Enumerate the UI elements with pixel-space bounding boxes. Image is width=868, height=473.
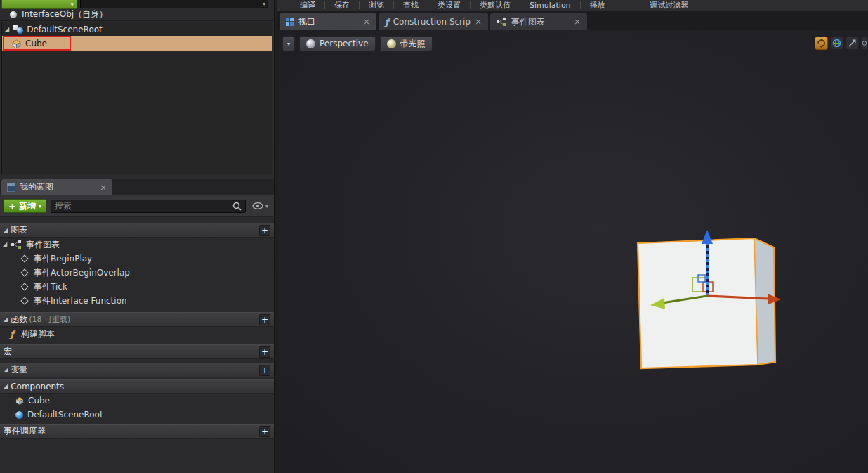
component-class-dropdown[interactable]: ▾: [80, 0, 268, 8]
transform-space-button[interactable]: [815, 37, 828, 50]
row-event-beginplay[interactable]: 事件BeginPlay: [0, 252, 274, 266]
row-label: 事件图表: [26, 239, 60, 251]
my-blueprint-toolbar: + 新增 ▾ ▾: [0, 195, 274, 217]
add-function-button[interactable]: +: [259, 314, 270, 325]
class-settings-button[interactable]: 类设置: [428, 0, 470, 11]
simulation-button[interactable]: Simulation: [520, 1, 580, 10]
chevron-down-icon: ▾: [265, 203, 268, 209]
row-event-graph[interactable]: ◢ 事件图表: [0, 238, 274, 252]
find-button[interactable]: 查找: [394, 0, 428, 11]
expand-arrow-icon[interactable]: ◢: [3, 242, 7, 247]
row-event-tick[interactable]: 事件Tick: [0, 280, 274, 294]
blueprint-self-row[interactable]: InterfaceObj（自身）: [0, 8, 274, 21]
tab-label: 事件图表: [511, 16, 545, 28]
row-label: 事件BeginPlay: [34, 253, 92, 265]
surface-snap-button[interactable]: [830, 37, 843, 50]
row-component-cube[interactable]: Cube: [0, 394, 274, 408]
function-icon: ƒ: [385, 17, 389, 27]
tab-construction-script[interactable]: ƒ Construction Scrip ×: [379, 13, 488, 30]
row-label: 事件ActorBeginOverlap: [34, 267, 130, 279]
browse-button[interactable]: 浏览: [360, 0, 393, 11]
view-options-button[interactable]: ▾: [250, 202, 270, 209]
row-event-interface-function[interactable]: 事件Interface Function: [0, 294, 274, 308]
perspective-label: Perspective: [320, 39, 369, 48]
debug-filter-dropdown[interactable]: 调试过滤器: [641, 0, 698, 11]
expand-arrow-icon: ◢: [4, 317, 8, 323]
close-icon[interactable]: ×: [363, 17, 370, 27]
section-label: 事件调度器: [4, 425, 46, 437]
blueprint-self-label: InterfaceObj（自身）: [22, 8, 107, 20]
rotate-icon: [862, 39, 867, 48]
section-label: 函数: [11, 313, 27, 325]
row-construction-script[interactable]: ƒ 构建脚本: [0, 327, 274, 341]
search-input[interactable]: [55, 201, 232, 211]
row-label: DefaultSceneRoot: [27, 410, 103, 420]
compile-button[interactable]: 编译: [291, 0, 324, 11]
row-component-defaultsceneroot[interactable]: DefaultSceneRoot: [0, 408, 274, 422]
viewport-3d[interactable]: ▾ Perspective 带光照: [277, 30, 868, 473]
tab-viewport[interactable]: 视口 ×: [280, 13, 376, 30]
add-new-button[interactable]: + 新增 ▾: [4, 199, 46, 213]
function-icon: ƒ: [7, 329, 17, 339]
section-label: 变量: [11, 364, 27, 376]
event-node-icon: [20, 283, 28, 290]
scene-root-icon: [13, 25, 23, 34]
perspective-icon: [306, 39, 315, 48]
globe-icon: [832, 39, 841, 48]
save-button[interactable]: 保存: [325, 0, 359, 11]
search-icon: [232, 202, 242, 211]
tab-event-graph[interactable]: 事件图表 ×: [490, 13, 587, 30]
tab-my-blueprint[interactable]: 我的蓝图 ×: [1, 179, 112, 195]
blueprint-editor-window: ▾ ▾ InterfaceObj（自身） ◢ DefaultSceneRoot …: [0, 0, 868, 473]
section-event-dispatchers[interactable]: 事件调度器 +: [0, 424, 274, 439]
tree-item-cube[interactable]: Cube: [2, 36, 272, 51]
viewport-options-button[interactable]: ▾: [282, 36, 295, 51]
my-blueprint-body: ◢ 图表 + ◢ 事件图表 事件BeginPlay: [0, 217, 274, 473]
event-graph-icon: [497, 18, 507, 26]
left-panel: ▾ ▾ InterfaceObj（自身） ◢ DefaultSceneRoot …: [0, 0, 275, 473]
section-functions[interactable]: ◢ 函数 (18 可重载) +: [0, 312, 274, 327]
scene-canvas[interactable]: [277, 30, 868, 473]
gizmo-z-arrowhead[interactable]: [702, 230, 713, 244]
add-macro-button[interactable]: +: [259, 346, 270, 358]
add-variable-button[interactable]: +: [259, 365, 270, 376]
row-event-actorbeginoverlap[interactable]: 事件ActorBeginOverlap: [0, 266, 274, 280]
chevron-down-icon: ▾: [287, 41, 290, 47]
eye-icon: [252, 202, 263, 209]
cube-icon: [12, 39, 21, 48]
event-node-icon: [20, 254, 28, 262]
viewport-toolbar: ▾ Perspective 带光照: [282, 36, 433, 51]
blueprint-panel-icon: [7, 183, 15, 192]
tree-item-label: Cube: [25, 39, 47, 48]
rotate-tool-button[interactable]: [861, 37, 868, 50]
section-variables[interactable]: ◢ 变量 +: [0, 363, 274, 377]
section-macros[interactable]: 宏 +: [0, 344, 274, 359]
add-graph-button[interactable]: +: [259, 225, 270, 236]
expand-arrow-icon: ◢: [4, 384, 8, 389]
close-icon[interactable]: ×: [475, 17, 482, 27]
components-tree: ◢ DefaultSceneRoot Cube: [1, 22, 272, 174]
object-icon: [10, 11, 17, 18]
class-defaults-button[interactable]: 类默认值: [471, 0, 520, 11]
chevron-down-icon: ▾: [39, 203, 41, 209]
add-dispatcher-button[interactable]: +: [259, 426, 270, 437]
expand-arrow-icon[interactable]: ◢: [5, 27, 9, 32]
perspective-button[interactable]: Perspective: [299, 36, 376, 51]
move-tool-button[interactable]: [846, 37, 859, 50]
viewport-tool-buttons: [815, 37, 868, 50]
section-label: 图表: [11, 224, 27, 236]
expand-arrow-icon: ◢: [4, 228, 8, 233]
close-icon[interactable]: ×: [574, 17, 581, 27]
play-button[interactable]: 播放: [581, 0, 614, 11]
section-components[interactable]: ◢ Components: [0, 379, 274, 394]
section-label: 宏: [4, 346, 12, 358]
plus-icon: +: [8, 202, 16, 211]
tree-item-label: DefaultSceneRoot: [27, 25, 103, 34]
row-label: 事件Interface Function: [34, 295, 127, 307]
lit-mode-button[interactable]: 带光照: [380, 36, 433, 51]
close-icon[interactable]: ×: [100, 183, 107, 193]
tab-label: Construction Scrip: [393, 17, 471, 27]
cube-icon: [15, 396, 24, 405]
tree-item-defaultsceneroot[interactable]: ◢ DefaultSceneRoot: [2, 22, 272, 36]
section-graphs[interactable]: ◢ 图表 +: [0, 223, 274, 238]
